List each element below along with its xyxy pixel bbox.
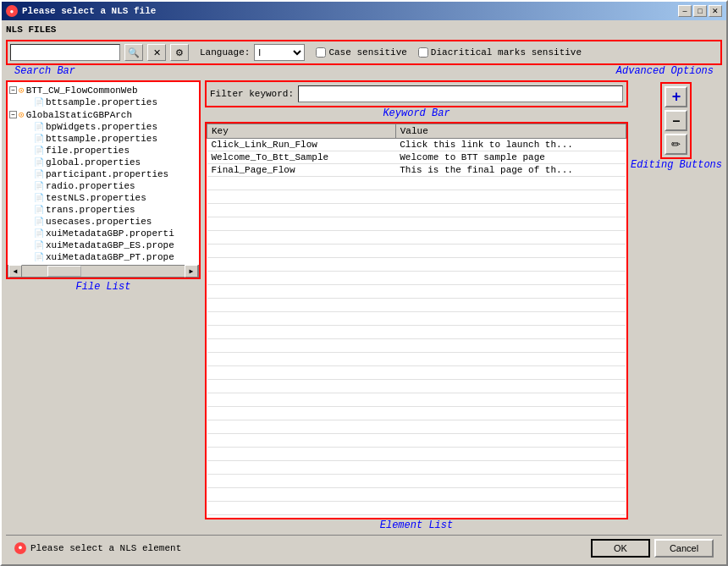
scroll-thumb[interactable]	[47, 266, 81, 277]
tree-item-label: GlobalStaticGBPArch	[26, 110, 132, 120]
table-row-empty	[207, 393, 626, 407]
element-list-annotation: Element List	[380, 519, 453, 531]
table-row-empty	[207, 420, 626, 434]
tree-item[interactable]: 📄 bttsample.properties	[9, 96, 197, 108]
scroll-left-btn[interactable]: ◀	[8, 265, 22, 278]
right-section: Filter keyword: Keyword Bar	[205, 80, 722, 531]
file-list-panel: – ⊙ BTT_CW_FlowCommonWeb 📄 bttsample.pro…	[6, 80, 201, 279]
tree-item[interactable]: 📄 trans.properties	[9, 204, 197, 216]
tree-item[interactable]: 📄 radio.properties	[9, 180, 197, 192]
nls-files-label: NLS FILES	[6, 25, 722, 35]
tree-item[interactable]: 📄 testNLS.properties	[9, 192, 197, 204]
close-button[interactable]: ✕	[709, 5, 722, 17]
table-row-empty	[207, 272, 626, 285]
scroll-right-btn[interactable]: ▶	[185, 265, 198, 278]
tree-item-label: testNLS.properties	[46, 193, 146, 203]
clear-button[interactable]: ✕	[147, 44, 166, 61]
tree-item-label: BTT_CW_FlowCommonWeb	[26, 85, 138, 96]
file-icon: 📄	[34, 205, 44, 215]
file-icon: 📄	[34, 169, 44, 179]
edit-button[interactable]: ✏	[665, 134, 687, 155]
minimize-button[interactable]: –	[678, 5, 692, 17]
tree-item[interactable]: – ⊙ BTT_CW_FlowCommonWeb	[9, 84, 197, 96]
editing-buttons-panel: + – ✏	[660, 82, 692, 159]
tree-item[interactable]: 📄 usecases.properties	[9, 216, 197, 228]
file-icon: 📄	[34, 122, 44, 132]
case-sensitive-group: Case sensitive	[316, 47, 406, 58]
expand-icon[interactable]: –	[9, 111, 17, 118]
table-row-empty	[207, 177, 626, 190]
options-button[interactable]: ⚙	[170, 44, 189, 61]
file-icon: 📄	[34, 157, 44, 168]
folder-icon: ⊙	[19, 109, 25, 120]
table-row-empty	[207, 245, 626, 258]
tree-item-label: participant.properties	[46, 169, 168, 179]
tree-item-label: xuiMetadataGBP_PT.prope	[46, 252, 174, 262]
file-icon: 📄	[34, 134, 44, 144]
diacritical-checkbox[interactable]	[418, 47, 428, 58]
editing-buttons-annotation: Editing Buttons	[631, 159, 722, 171]
table-row[interactable]: Final_Page_FlowThis is the final page of…	[207, 164, 626, 177]
tree-item[interactable]: 📄 xuiMetadataGBP_PT.prope	[9, 251, 197, 263]
table-row-empty	[207, 461, 626, 475]
table-row[interactable]: Click_Link_Run_FlowClick this link to la…	[207, 139, 626, 151]
table-row-empty	[207, 258, 626, 272]
toolbar-row: 🔍 ✕ ⚙ Language: l Case sensitive Diacrit…	[6, 40, 722, 65]
file-icon: 📄	[34, 217, 44, 227]
table-row-empty	[207, 434, 626, 448]
table-row-empty	[207, 326, 626, 339]
main-window: ● Please select a NLS file – □ ✕ NLS FIL…	[0, 0, 728, 566]
tree-item[interactable]: 📄 participant.properties	[9, 168, 197, 180]
file-icon: 📄	[34, 193, 44, 203]
tree-item[interactable]: – ⊙ GlobalStaticGBPArch	[9, 108, 197, 121]
file-icon: 📄	[34, 240, 44, 250]
file-list-content[interactable]: – ⊙ BTT_CW_FlowCommonWeb 📄 bttsample.pro…	[8, 82, 199, 265]
tree-item-label: xuiMetadataGBP_ES.prope	[46, 240, 174, 250]
tree-item-label: bttsample.properties	[46, 97, 157, 107]
diacritical-group: Diacritical marks sensitive	[418, 47, 582, 58]
file-list-hscrollbar[interactable]: ◀ ▶	[8, 265, 199, 278]
expand-icon[interactable]: –	[9, 86, 17, 94]
window-content: NLS FILES 🔍 ✕ ⚙ Language: l Case sensiti…	[2, 20, 726, 564]
case-sensitive-label: Case sensitive	[328, 47, 406, 58]
window-icon: ●	[6, 5, 18, 17]
tree-item-label: xuiMetadataGBP.properti	[46, 228, 174, 239]
table-row[interactable]: Welcome_To_Btt_SampleWelcome to BTT samp…	[207, 151, 626, 164]
window-title: Please select a NLS file	[22, 6, 156, 16]
tree-item[interactable]: 📄 xuiMetadataGBP.properti	[9, 228, 197, 239]
tree-item-label: global.properties	[46, 157, 141, 168]
remove-button[interactable]: –	[665, 110, 687, 131]
table-cell-key: Click_Link_Run_Flow	[207, 139, 396, 151]
language-label: Language:	[200, 47, 250, 58]
column-value-header: Value	[395, 124, 626, 139]
table-row-empty	[207, 231, 626, 245]
file-list-annotation: File List	[74, 279, 133, 294]
case-sensitive-checkbox[interactable]	[316, 47, 326, 58]
filter-input[interactable]	[298, 85, 623, 102]
table-row-empty	[207, 190, 626, 204]
element-table-container[interactable]: Key Value Click_Link_Run_FlowClick this …	[207, 124, 626, 518]
add-button[interactable]: +	[665, 86, 687, 107]
status-text: Please select a NLS element	[30, 543, 181, 553]
search-button[interactable]: 🔍	[124, 44, 143, 61]
file-icon: 📄	[34, 97, 44, 107]
maximize-button[interactable]: □	[693, 5, 707, 17]
bottom-bar: ● Please select a NLS element OK Cancel	[6, 535, 722, 560]
table-row-empty	[207, 299, 626, 312]
ok-button[interactable]: OK	[591, 539, 650, 558]
table-row-empty	[207, 502, 626, 515]
file-icon: 📄	[34, 181, 44, 191]
cancel-button[interactable]: Cancel	[654, 539, 714, 558]
tree-item[interactable]: 📄 xuiMetadataGBP_ES.prope	[9, 239, 197, 251]
button-group: OK Cancel	[591, 539, 714, 558]
search-input[interactable]	[10, 44, 120, 61]
table-row-empty	[207, 217, 626, 231]
language-select[interactable]: l	[254, 44, 305, 61]
tree-item[interactable]: 📄 bttsample.properties	[9, 133, 197, 145]
table-cell-value: Welcome to BTT sample page	[395, 151, 626, 164]
tree-item[interactable]: 📄 global.properties	[9, 157, 197, 168]
table-cell-key: Final_Page_Flow	[207, 164, 396, 177]
tree-item[interactable]: 📄 bpWidgets.properties	[9, 121, 197, 133]
tree-item[interactable]: 📄 file.properties	[9, 145, 197, 157]
table-row-empty	[207, 366, 626, 380]
